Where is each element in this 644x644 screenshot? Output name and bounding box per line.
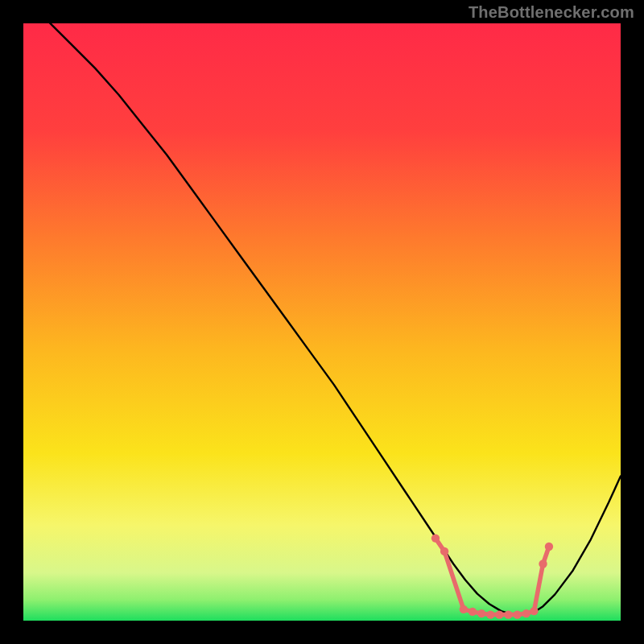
marker-dot bbox=[486, 610, 494, 618]
gradient-background bbox=[23, 23, 621, 621]
marker-dot bbox=[522, 609, 530, 617]
marker-dot bbox=[431, 534, 440, 542]
chart-svg bbox=[23, 23, 621, 621]
marker-dot bbox=[460, 605, 468, 613]
marker-dot bbox=[530, 607, 538, 615]
marker-dot bbox=[495, 610, 503, 618]
marker-dot bbox=[477, 609, 485, 617]
marker-dot bbox=[469, 608, 477, 616]
chart-stage: TheBottlenecker.com bbox=[0, 0, 644, 644]
marker-dot bbox=[504, 610, 512, 618]
marker-dot bbox=[545, 543, 553, 551]
watermark-text: TheBottlenecker.com bbox=[469, 3, 634, 22]
plot-area bbox=[23, 23, 621, 621]
marker-dot bbox=[513, 610, 521, 618]
marker-dot bbox=[440, 547, 448, 555]
marker-dot bbox=[539, 559, 547, 568]
